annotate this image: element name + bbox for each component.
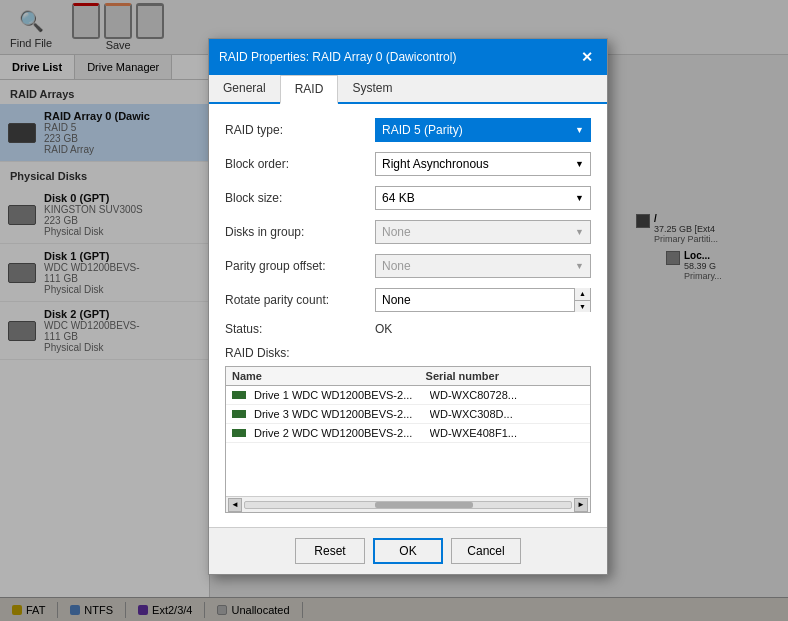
raid-disk-row-2[interactable]: Drive 2 WDC WD1200BEVS-2... WD-WXE408F1.… [226, 424, 590, 443]
modal-close-button[interactable]: ✕ [577, 47, 597, 67]
disk-0-row-name: Drive 1 WDC WD1200BEVS-2... [254, 389, 426, 401]
parity-group-row: Parity group offset: None ▼ [225, 254, 591, 278]
spin-buttons: ▲ ▼ [574, 288, 590, 312]
parity-group-select[interactable]: None ▼ [375, 254, 591, 278]
scroll-track[interactable] [244, 501, 572, 509]
scroll-left-button[interactable]: ◄ [228, 498, 242, 512]
modal-tab-raid[interactable]: RAID [280, 75, 339, 104]
disk-1-row-name: Drive 3 WDC WD1200BEVS-2... [254, 408, 426, 420]
disk-0-row-serial: WD-WXC80728... [430, 389, 584, 401]
modal-title: RAID Properties: RAID Array 0 (Dawicontr… [219, 50, 456, 64]
parity-group-label: Parity group offset: [225, 259, 375, 273]
raid-disk-row-0[interactable]: Drive 1 WDC WD1200BEVS-2... WD-WXC80728.… [226, 386, 590, 405]
parity-group-value: None [382, 259, 411, 273]
disk-1-indicator [232, 410, 246, 418]
raid-disk-row-1[interactable]: Drive 3 WDC WD1200BEVS-2... WD-WXC308D..… [226, 405, 590, 424]
disks-in-group-value: None [382, 225, 411, 239]
block-order-arrow: ▼ [575, 159, 584, 169]
raid-type-select[interactable]: RAID 5 (Parity) ▼ [375, 118, 591, 142]
block-order-row: Block order: Right Asynchronous ▼ [225, 152, 591, 176]
raid-type-control[interactable]: RAID 5 (Parity) ▼ [375, 118, 591, 142]
block-order-select[interactable]: Right Asynchronous ▼ [375, 152, 591, 176]
disk-1-row-serial: WD-WXC308D... [430, 408, 584, 420]
status-label: Status: [225, 322, 375, 336]
modal-titlebar: RAID Properties: RAID Array 0 (Dawicontr… [209, 39, 607, 75]
block-size-arrow: ▼ [575, 193, 584, 203]
raid-type-arrow: ▼ [575, 125, 584, 135]
rotate-parity-spinner[interactable]: None ▲ ▼ [375, 288, 591, 312]
block-size-label: Block size: [225, 191, 375, 205]
spin-down-button[interactable]: ▼ [575, 301, 590, 313]
spin-up-button[interactable]: ▲ [575, 288, 590, 301]
raid-type-row: RAID type: RAID 5 (Parity) ▼ [225, 118, 591, 142]
raid-disks-label: RAID Disks: [225, 346, 591, 360]
block-size-control[interactable]: 64 KB ▼ [375, 186, 591, 210]
raid-type-label: RAID type: [225, 123, 375, 137]
modal-footer: Reset OK Cancel [209, 527, 607, 574]
cancel-button[interactable]: Cancel [451, 538, 521, 564]
scroll-right-button[interactable]: ► [574, 498, 588, 512]
raid-disks-scroll: Drive 1 WDC WD1200BEVS-2... WD-WXC80728.… [226, 386, 590, 496]
rotate-parity-control[interactable]: None ▲ ▼ [375, 288, 591, 312]
disk-2-row-name: Drive 2 WDC WD1200BEVS-2... [254, 427, 426, 439]
disk-2-row-serial: WD-WXE408F1... [430, 427, 584, 439]
disk-2-indicator [232, 429, 246, 437]
rotate-parity-label: Rotate parity count: [225, 293, 375, 307]
ok-button[interactable]: OK [373, 538, 443, 564]
disk-0-indicator [232, 391, 246, 399]
status-value: OK [375, 322, 392, 336]
disks-in-group-select[interactable]: None ▼ [375, 220, 591, 244]
scroll-thumb[interactable] [375, 502, 473, 508]
disks-in-group-arrow: ▼ [575, 227, 584, 237]
status-row: Status: OK [225, 322, 591, 336]
col-name-header: Name [232, 370, 426, 382]
raid-disks-header: Name Serial number [226, 367, 590, 386]
rotate-parity-value: None [376, 293, 574, 307]
disks-in-group-control[interactable]: None ▼ [375, 220, 591, 244]
block-size-select[interactable]: 64 KB ▼ [375, 186, 591, 210]
block-size-row: Block size: 64 KB ▼ [225, 186, 591, 210]
disks-in-group-row: Disks in group: None ▼ [225, 220, 591, 244]
modal-tab-system[interactable]: System [338, 75, 406, 102]
status-control: OK [375, 322, 591, 336]
parity-group-control[interactable]: None ▼ [375, 254, 591, 278]
raid-disks-table: Name Serial number Drive 1 WDC WD1200BEV… [225, 366, 591, 513]
modal-tab-general[interactable]: General [209, 75, 280, 102]
modal-body: RAID type: RAID 5 (Parity) ▼ Block order… [209, 104, 607, 527]
block-order-value: Right Asynchronous [382, 157, 489, 171]
modal-dialog: RAID Properties: RAID Array 0 (Dawicontr… [208, 38, 608, 575]
reset-button[interactable]: Reset [295, 538, 365, 564]
parity-group-arrow: ▼ [575, 261, 584, 271]
block-order-label: Block order: [225, 157, 375, 171]
modal-tabs: General RAID System [209, 75, 607, 104]
scrollbar-area: ◄ ► [226, 496, 590, 512]
block-size-value: 64 KB [382, 191, 415, 205]
disks-in-group-label: Disks in group: [225, 225, 375, 239]
rotate-parity-row: Rotate parity count: None ▲ ▼ [225, 288, 591, 312]
col-serial-header: Serial number [426, 370, 584, 382]
block-order-control[interactable]: Right Asynchronous ▼ [375, 152, 591, 176]
raid-type-value: RAID 5 (Parity) [382, 123, 463, 137]
